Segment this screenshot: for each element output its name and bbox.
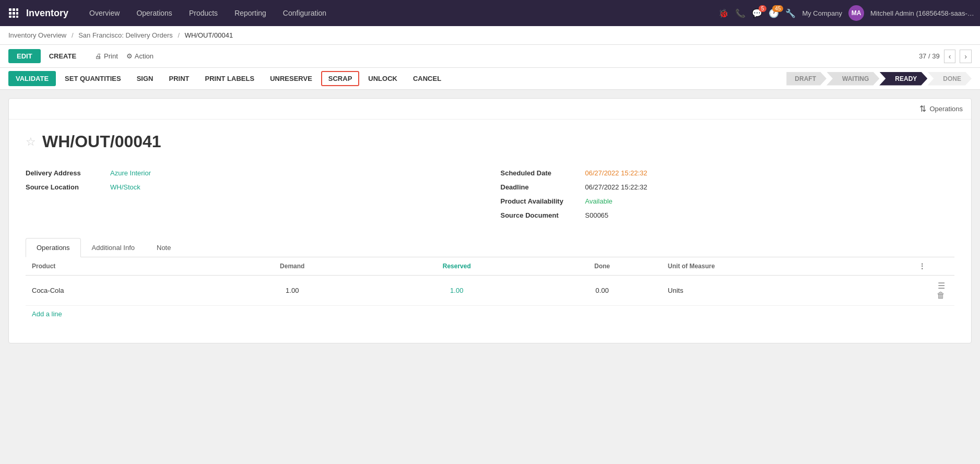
- favorite-star-icon[interactable]: ☆: [26, 135, 36, 149]
- clock-badge: 45: [772, 5, 783, 12]
- nav-operations[interactable]: Operations: [128, 0, 180, 26]
- action-link[interactable]: ⚙ Action: [126, 52, 154, 60]
- row-detail-icon[interactable]: ☰: [935, 281, 948, 290]
- wrench-icon[interactable]: 🔧: [785, 8, 796, 18]
- col-header-demand: Demand: [214, 257, 371, 276]
- status-bar: DRAFT WAITING READY DONE: [786, 72, 972, 86]
- svg-rect-0: [9, 8, 11, 11]
- avatar[interactable]: MA: [848, 5, 864, 21]
- product-availability-label: Product Availability: [501, 197, 579, 205]
- field-source-location: Source Location WH/Stock: [26, 180, 480, 194]
- cell-demand: 1.00: [214, 276, 371, 306]
- breadcrumb-inventory[interactable]: Inventory Overview: [8, 31, 66, 39]
- col-header-done: Done: [542, 257, 662, 276]
- delivery-address-value[interactable]: Azure Interior: [110, 169, 151, 177]
- source-document-label: Source Document: [501, 211, 579, 219]
- top-navigation: Inventory Overview Operations Products R…: [0, 0, 980, 26]
- tab-additional-info[interactable]: Additional Info: [81, 238, 146, 257]
- nav-reporting[interactable]: Reporting: [226, 0, 275, 26]
- grid-menu-icon[interactable]: [5, 5, 22, 21]
- main-content: ⇅ Operations ☆ WH/OUT/00041 Delivery Add…: [0, 90, 980, 352]
- sign-button[interactable]: SIGN: [130, 71, 160, 86]
- phone-icon[interactable]: 📞: [735, 8, 746, 18]
- operations-panel-btn[interactable]: ⇅ Operations: [919, 104, 963, 114]
- company-label: My Company: [802, 9, 842, 17]
- gear-icon: ⚙: [126, 52, 133, 60]
- nav-products[interactable]: Products: [181, 0, 226, 26]
- field-delivery-address: Delivery Address Azure Interior: [26, 166, 480, 180]
- delivery-address-label: Delivery Address: [26, 169, 104, 177]
- source-document-value: S00065: [585, 211, 609, 219]
- chat-badge: 5: [759, 5, 767, 12]
- col-header-actions: ⋮: [913, 257, 954, 276]
- deadline-label: Deadline: [501, 183, 579, 191]
- status-waiting: WAITING: [826, 72, 879, 86]
- col-header-reserved: Reserved: [371, 257, 542, 276]
- left-fields: Delivery Address Azure Interior Source L…: [26, 166, 480, 222]
- set-quantities-button[interactable]: SET QUANTITIES: [58, 71, 128, 86]
- right-fields: Scheduled Date 06/27/2022 15:22:32 Deadl…: [501, 166, 955, 222]
- cell-reserved: 1.00: [371, 276, 542, 306]
- col-header-product: Product: [26, 257, 214, 276]
- content-card: ⇅ Operations ☆ WH/OUT/00041 Delivery Add…: [8, 98, 972, 343]
- clock-icon[interactable]: 🕐 45: [769, 8, 779, 18]
- source-location-label: Source Location: [26, 183, 104, 191]
- status-done: DONE: [927, 72, 972, 86]
- source-location-value[interactable]: WH/Stock: [110, 183, 140, 191]
- unlock-button[interactable]: UNLOCK: [361, 71, 404, 86]
- tabs-row: Operations Additional Info Note: [26, 238, 954, 257]
- cancel-button[interactable]: CANCEL: [406, 71, 448, 86]
- scheduled-date-label: Scheduled Date: [501, 169, 579, 177]
- field-deadline: Deadline 06/27/2022 15:22:32: [501, 180, 955, 194]
- bug-icon[interactable]: 🐞: [718, 8, 729, 18]
- status-ready: READY: [879, 72, 927, 86]
- scheduled-date-value: 06/27/2022 15:22:32: [585, 169, 647, 177]
- status-draft: DRAFT: [786, 72, 826, 86]
- unreserve-button[interactable]: UNRESERVE: [263, 71, 319, 86]
- row-delete-icon[interactable]: 🗑: [934, 291, 948, 300]
- record-title-row: ☆ WH/OUT/00041: [26, 132, 954, 151]
- print-link[interactable]: 🖨 Print: [95, 52, 118, 60]
- chat-icon[interactable]: 💬 5: [752, 8, 762, 18]
- action-bar: EDIT CREATE 🖨 Print ⚙ Action 37 / 39 ‹ ›: [0, 45, 980, 68]
- cell-done: 0.00: [542, 276, 662, 306]
- nav-configuration[interactable]: Configuration: [275, 0, 335, 26]
- svg-rect-2: [16, 8, 18, 11]
- tab-operations[interactable]: Operations: [26, 238, 81, 257]
- validate-button[interactable]: VALIDATE: [8, 71, 56, 86]
- breadcrumb: Inventory Overview / San Francisco: Deli…: [0, 26, 980, 45]
- operations-table: Product Demand Reserved Done Unit of Mea…: [26, 257, 954, 306]
- record-body: ☆ WH/OUT/00041 Delivery Address Azure In…: [9, 120, 971, 343]
- create-button[interactable]: CREATE: [45, 49, 80, 63]
- breadcrumb-delivery-orders[interactable]: San Francisco: Delivery Orders: [78, 31, 173, 39]
- svg-rect-6: [9, 16, 11, 18]
- print-label: Print: [104, 52, 118, 60]
- svg-rect-3: [9, 12, 11, 15]
- action-bar-mid: 🖨 Print ⚙ Action: [95, 52, 154, 60]
- svg-rect-8: [16, 16, 18, 18]
- prev-button[interactable]: ‹: [944, 50, 956, 63]
- breadcrumb-sep-1: /: [72, 31, 74, 39]
- scrap-button[interactable]: SCRAP: [321, 71, 360, 86]
- svg-rect-5: [16, 12, 18, 15]
- operations-panel-label: Operations: [929, 105, 963, 113]
- print-labels-button[interactable]: PRINT LABELS: [198, 71, 262, 86]
- operations-header: ⇅ Operations: [9, 99, 971, 120]
- svg-rect-4: [13, 12, 15, 15]
- add-line-link[interactable]: Add a line: [26, 306, 68, 322]
- nav-menu: Overview Operations Products Reporting C…: [81, 0, 716, 26]
- fields-grid: Delivery Address Azure Interior Source L…: [26, 166, 954, 222]
- table-row: Coca-Cola 1.00 1.00 0.00 Units ☰ 🗑: [26, 276, 954, 306]
- tab-note[interactable]: Note: [146, 238, 182, 257]
- cell-actions: ☰ 🗑: [913, 276, 954, 306]
- breadcrumb-current: WH/OUT/00041: [185, 31, 233, 39]
- pagination-text: 37 / 39: [919, 52, 940, 60]
- nav-right-section: 🐞 📞 💬 5 🕐 45 🔧 My Company MA Mitchell Ad…: [718, 5, 975, 21]
- next-button[interactable]: ›: [960, 50, 972, 63]
- nav-overview[interactable]: Overview: [81, 0, 128, 26]
- svg-rect-7: [13, 16, 15, 18]
- edit-button[interactable]: EDIT: [8, 49, 41, 63]
- product-availability-value: Available: [585, 197, 613, 205]
- print-button[interactable]: PRINT: [162, 71, 196, 86]
- cell-product: Coca-Cola: [26, 276, 214, 306]
